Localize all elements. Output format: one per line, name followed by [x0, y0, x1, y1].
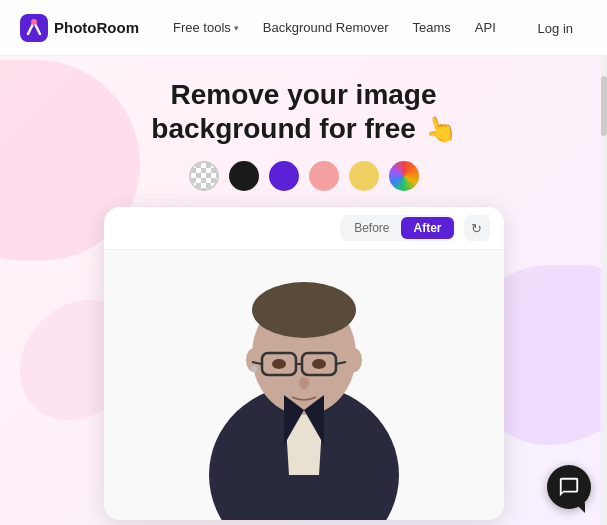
- nav-background-remover[interactable]: Background Remover: [253, 14, 399, 41]
- swatch-transparent[interactable]: [189, 161, 219, 191]
- nav-teams[interactable]: Teams: [403, 14, 461, 41]
- login-button[interactable]: Log in: [524, 15, 587, 42]
- before-after-tabs: Before After: [340, 215, 455, 241]
- action-buttons: ⬇ Download ✎ Edit: [159, 520, 448, 525]
- person-figure: [194, 250, 414, 520]
- navbar: PhotoRoom Free tools ▾ Background Remove…: [0, 0, 607, 56]
- svg-point-17: [251, 366, 257, 372]
- preview-card: Before After ↻: [104, 207, 504, 520]
- swatch-pink[interactable]: [309, 161, 339, 191]
- swatch-purple[interactable]: [269, 161, 299, 191]
- swatch-multi[interactable]: [389, 161, 419, 191]
- refresh-button[interactable]: ↻: [464, 215, 490, 241]
- chevron-down-icon: ▾: [234, 23, 239, 33]
- nav-api[interactable]: API: [465, 14, 506, 41]
- logo-icon: [20, 14, 48, 42]
- tab-after[interactable]: After: [401, 217, 453, 239]
- svg-point-15: [312, 359, 326, 369]
- swatch-yellow[interactable]: [349, 161, 379, 191]
- nav-links: Free tools ▾ Background Remover Teams AP…: [163, 14, 524, 41]
- preview-image: [104, 250, 504, 520]
- svg-rect-0: [20, 14, 48, 42]
- headline-emoji: 👆: [420, 110, 459, 148]
- svg-point-6: [252, 282, 356, 338]
- svg-point-8: [346, 348, 362, 372]
- color-swatches: [189, 161, 419, 191]
- nav-right: Log in: [524, 19, 587, 37]
- swatch-black[interactable]: [229, 161, 259, 191]
- chat-button[interactable]: [547, 465, 591, 509]
- main-content: Remove your image background for free 👆 …: [0, 56, 607, 525]
- svg-point-1: [31, 19, 37, 25]
- scrollbar[interactable]: [601, 56, 607, 525]
- chat-icon: [558, 476, 580, 498]
- svg-point-14: [272, 359, 286, 369]
- tab-before[interactable]: Before: [342, 217, 401, 239]
- logo[interactable]: PhotoRoom: [20, 14, 139, 42]
- brand-name: PhotoRoom: [54, 19, 139, 36]
- svg-point-16: [299, 377, 309, 389]
- person-svg: [194, 250, 414, 520]
- preview-toolbar: Before After ↻: [104, 207, 504, 250]
- nav-free-tools[interactable]: Free tools ▾: [163, 14, 249, 41]
- scrollbar-thumb[interactable]: [601, 76, 607, 136]
- hero-headline: Remove your image background for free 👆: [131, 78, 475, 145]
